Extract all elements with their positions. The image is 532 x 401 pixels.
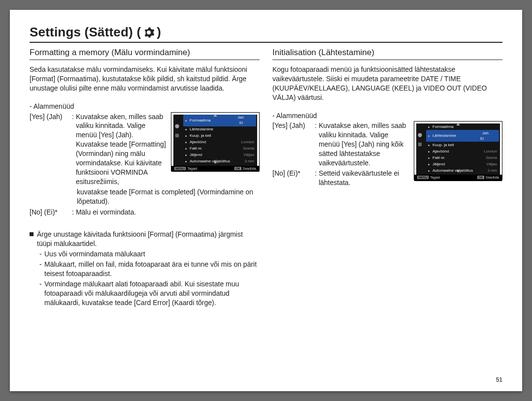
left-section-title: Formatting a memory (Mälu vormindamine)	[30, 48, 260, 60]
left-no-definition: [No] (Ei)* : Mälu ei vormindata.	[30, 208, 260, 217]
right-column: Initialisation (Lähtestamine) Kogu fotoa…	[272, 48, 502, 307]
note-3-text: Vormindage mälukaart alati fotoaparaadi …	[44, 279, 260, 308]
menu-row-label: Ajavöönd	[185, 140, 206, 145]
shot-footer: MENUTagasi OKSeadista	[171, 166, 259, 172]
ok-tag: OK	[234, 167, 241, 170]
menu-row: Automaatne väljalülitus3 min	[183, 158, 256, 165]
note-item-3: - Vormindage mälukaart alati fotoaparaad…	[30, 279, 260, 308]
menu-row-label: Lähtestamine	[428, 133, 456, 138]
note-1-text: Uus või vormindamata mälukaart	[44, 249, 260, 259]
left-submenu-label: - Alammenüüd	[30, 102, 260, 111]
menu-row-label: Formaatima	[185, 118, 211, 123]
yes-desc-part2: kuvatakse teade [Format is completed] (V…	[30, 187, 260, 206]
menu-row-label: Ajavöönd	[428, 149, 449, 154]
content-columns: Formatting a memory (Mälu vormindamine) …	[30, 48, 502, 307]
menu-row: LähtestamineJahEi	[426, 130, 499, 142]
menu-row-value: 3 min	[244, 159, 254, 164]
note-item-1: - Uus või vormindamata mälukaart	[30, 249, 260, 259]
shot-sidebar	[171, 113, 182, 166]
gear-icon	[143, 27, 155, 38]
title-suffix: )	[157, 25, 161, 40]
menu-row-label: Automaatne väljalülitus	[428, 168, 473, 173]
menu-row-value: Seeria	[243, 146, 254, 151]
footer-right-label: Seadista	[243, 167, 256, 170]
shot-menu-list: FormaatimaLähtestamineJahEiKuup. ja kell…	[425, 122, 502, 175]
menu-row-option: Jah	[237, 115, 244, 120]
arrow-down-icon	[456, 170, 460, 173]
menu-row-label: Kuup. ja kell	[185, 133, 211, 138]
notes-lead-text: Ärge unustage käivitada funktsiooni [For…	[37, 230, 260, 248]
manual-page: Settings (Sätted) ( ) Formatting a memor…	[10, 10, 522, 391]
svg-rect-1	[175, 133, 178, 137]
svg-rect-3	[418, 143, 421, 146]
menu-row-label: Faili nr.	[185, 146, 202, 151]
menu-row: JäljendVäljas	[426, 161, 499, 167]
left-yes-row: [Yes] (Jah) : Kuvatakse aken, milles saa…	[30, 111, 260, 186]
arrow-down-icon	[213, 161, 217, 164]
left-intro-text: Seda kasutatakse mälu vormindamiseks. Ku…	[30, 65, 260, 93]
no-term: [No] (Ei)*	[272, 169, 315, 187]
ok-tag: OK	[477, 176, 484, 179]
svg-point-0	[175, 124, 179, 128]
right-intro-text: Kogu fotoaparaadi menüü ja funktsioonisä…	[272, 65, 502, 102]
footer-right-label: Seadista	[486, 176, 499, 179]
menu-row-options: JahEi	[237, 115, 254, 125]
camera-menu-screenshot-format: FormaatimaJahEiLähtestamineKuup. ja kell…	[171, 112, 260, 171]
no-desc: Setteid vaikeväärtustele ei lähtestata.	[319, 169, 410, 187]
notes-lead: Ärge unustage käivitada funktsiooni [For…	[30, 230, 260, 248]
gear-icon	[417, 132, 423, 138]
menu-row: Formaatima	[426, 123, 499, 130]
right-section-title: Initialisation (Lähtestamine)	[272, 48, 502, 60]
svg-point-2	[418, 133, 422, 137]
menu-row: Kuup. ja kell	[426, 142, 499, 148]
left-yes-definition: [Yes] (Jah) : Kuvatakse aken, milles saa…	[30, 112, 167, 186]
menu-row-label: Jäljend	[428, 162, 445, 167]
shot-footer: MENUTagasi OKSeadista	[414, 175, 502, 181]
yes-desc: Kuvatakse aken, milles saab valiku kinni…	[319, 121, 410, 167]
gear-icon	[174, 123, 180, 129]
menu-row-value: London	[241, 140, 254, 145]
menu-row-option: Ei	[237, 121, 245, 125]
menu-row: AjavööndLondon	[183, 139, 256, 146]
menu-row-option: Ei	[480, 136, 484, 141]
yes-term: [Yes] (Jah)	[272, 121, 315, 167]
shot-sidebar	[414, 122, 425, 175]
page-title: Settings (Sätted) ( )	[30, 25, 502, 43]
menu-row-value: Seeria	[486, 155, 497, 160]
wrench-icon	[174, 133, 180, 138]
notes-block: Ärge unustage käivitada funktsiooni [For…	[30, 230, 260, 307]
menu-row-value: Väljas	[243, 153, 254, 157]
title-prefix: Settings (Sätted) (	[30, 25, 141, 40]
right-yes-definition: [Yes] (Jah) : Kuvatakse aken, milles saa…	[272, 121, 410, 167]
menu-row-label: Kuup. ja kell	[428, 143, 454, 148]
no-desc: Mälu ei vormindata.	[76, 208, 260, 217]
camera-menu-screenshot-reset: FormaatimaLähtestamineJahEiKuup. ja kell…	[414, 121, 502, 180]
right-submenu: - Alammenüüd [Yes] (Jah) : Kuvatakse ake…	[272, 111, 502, 187]
shot-menu-list: FormaatimaJahEiLähtestamineKuup. ja kell…	[182, 113, 259, 166]
menu-row-label: Faili nr.	[428, 155, 445, 160]
wrench-icon	[417, 142, 423, 147]
menu-row: Kuup. ja kell	[183, 133, 256, 139]
no-term: [No] (Ei)*	[30, 208, 72, 217]
menu-row: JäljendVäljas	[183, 152, 256, 158]
menu-tag: MENU	[417, 176, 429, 179]
arrow-up-icon	[213, 114, 217, 117]
yes-term: [Yes] (Jah)	[30, 112, 72, 186]
menu-row-value: Väljas	[486, 162, 497, 167]
menu-row: FormaatimaJahEi	[183, 115, 256, 126]
menu-row-value: 3 min	[487, 168, 497, 173]
menu-row: AjavööndLondon	[426, 148, 499, 154]
footer-left-label: Tagasi	[430, 176, 440, 179]
arrow-up-icon	[456, 123, 460, 125]
right-submenu-label: - Alammenüüd	[272, 111, 502, 121]
left-column: Formatting a memory (Mälu vormindamine) …	[30, 48, 260, 307]
menu-row-label: Jäljend	[185, 153, 202, 157]
menu-row: Lähtestamine	[183, 126, 256, 133]
menu-row: Faili nr.Seeria	[183, 146, 256, 152]
right-yes-row: [Yes] (Jah) : Kuvatakse aken, milles saa…	[272, 120, 502, 187]
footer-left-label: Tagasi	[187, 167, 197, 170]
right-no-definition: [No] (Ei)* : Setteid vaikeväärtustele ei…	[272, 169, 410, 187]
menu-row-option: Jah	[480, 131, 491, 136]
menu-row-label: Lähtestamine	[185, 127, 213, 132]
yes-desc-part1: Kuvatakse aken, milles saab valiku kinni…	[76, 112, 167, 186]
